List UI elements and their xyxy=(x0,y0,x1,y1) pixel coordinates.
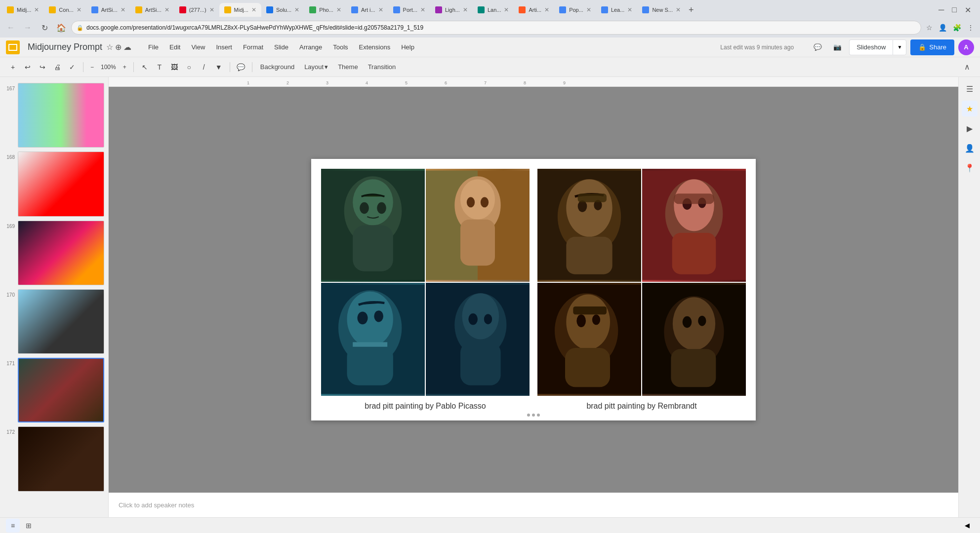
slide-thumb-167[interactable] xyxy=(18,83,104,148)
slides-panel[interactable]: 167 168 169 170 xyxy=(0,77,109,517)
home-button[interactable]: 🏠 xyxy=(54,21,68,35)
tab-2[interactable]: Con... ✕ xyxy=(44,3,86,17)
new-tab-button[interactable]: + xyxy=(686,5,697,15)
extension-icon[interactable]: 🧩 xyxy=(951,22,963,34)
tab-1[interactable]: Midj... ✕ xyxy=(2,3,44,17)
collapse-toolbar-button[interactable]: ∧ xyxy=(960,60,974,74)
meet-button[interactable]: 📷 xyxy=(829,39,845,55)
tab-11-close[interactable]: ✕ xyxy=(463,6,468,13)
link-panel-button[interactable]: 👤 xyxy=(962,140,978,156)
menu-slide[interactable]: Slide xyxy=(269,41,293,53)
add-to-drive-icon[interactable]: ⊕ xyxy=(115,42,122,52)
minimize-button[interactable]: ─ xyxy=(936,4,947,15)
zoom-level[interactable]: 100% xyxy=(98,63,119,72)
slide-item-167[interactable]: 167 xyxy=(0,81,108,150)
comment-button[interactable]: 💬 xyxy=(234,60,248,74)
select-text-button[interactable]: T xyxy=(153,60,166,74)
tab-9-close[interactable]: ✕ xyxy=(378,6,383,13)
slide-item-168[interactable]: 168 xyxy=(0,150,108,218)
transition-button[interactable]: Transition xyxy=(364,60,400,74)
refresh-button[interactable]: ↻ xyxy=(38,21,51,35)
settings-icon[interactable]: ⋮ xyxy=(965,22,976,34)
picasso-caption[interactable]: brad pitt painting by Pablo Picasso xyxy=(365,402,486,411)
comments-button[interactable]: 💬 xyxy=(810,39,825,55)
slide-canvas-wrap[interactable]: brad pitt painting by Pablo Picasso xyxy=(109,87,958,493)
tab-16[interactable]: New S... ✕ xyxy=(637,3,686,17)
background-button[interactable]: Background xyxy=(256,60,298,74)
tab-6-close[interactable]: ✕ xyxy=(251,6,256,13)
menu-file[interactable]: File xyxy=(143,41,163,53)
toolbar-new-button[interactable]: + xyxy=(6,60,20,74)
tab-13[interactable]: Arti... ✕ xyxy=(514,3,554,17)
slide-view-button[interactable]: ≡ xyxy=(6,519,20,533)
image-tool-button[interactable]: 🖼 xyxy=(167,60,181,74)
more-tools-button[interactable]: ▼ xyxy=(212,60,226,74)
layout-button[interactable]: Layout ▾ xyxy=(300,60,332,74)
share-button[interactable]: 🔒 Share xyxy=(910,39,954,55)
menu-tools[interactable]: Tools xyxy=(328,41,353,53)
slide-canvas[interactable]: brad pitt painting by Pablo Picasso xyxy=(311,159,756,420)
speaker-notes-placeholder[interactable]: Click to add speaker notes xyxy=(119,501,194,509)
tab-5[interactable]: (277...) ✕ xyxy=(174,3,219,17)
theme-button[interactable]: Theme xyxy=(334,60,362,74)
tab-15[interactable]: Lea... ✕ xyxy=(596,3,638,17)
slide-thumb-170[interactable] xyxy=(18,289,104,354)
close-button[interactable]: ✕ xyxy=(962,4,974,16)
tab-4-close[interactable]: ✕ xyxy=(164,6,169,13)
toolbar-print-button[interactable]: 🖨 xyxy=(50,60,64,74)
tab-12[interactable]: Lan... ✕ xyxy=(473,3,514,17)
slide-item-169[interactable]: 169 xyxy=(0,219,108,287)
line-tool-button[interactable]: / xyxy=(197,60,211,74)
profile-icon[interactable]: 👤 xyxy=(937,22,949,34)
slide-panel-button[interactable]: ☰ xyxy=(962,81,978,97)
slide-item-170[interactable]: 170 xyxy=(0,287,108,356)
bookmark-icon[interactable]: ☆ xyxy=(924,22,935,34)
shape-tool-button[interactable]: ○ xyxy=(182,60,196,74)
maximize-button[interactable]: □ xyxy=(949,4,960,15)
tab-14[interactable]: Pop... ✕ xyxy=(554,3,596,17)
tab-9[interactable]: Art i... ✕ xyxy=(346,3,388,17)
slide-thumb-168[interactable] xyxy=(18,152,104,216)
menu-view[interactable]: View xyxy=(186,41,210,53)
tab-10-close[interactable]: ✕ xyxy=(420,6,425,13)
tab-12-close[interactable]: ✕ xyxy=(504,6,509,13)
back-button[interactable]: ← xyxy=(4,21,18,35)
location-panel-button[interactable]: 📍 xyxy=(962,160,978,176)
slide-item-171[interactable]: 171 xyxy=(0,356,108,424)
toolbar-spelling-button[interactable]: ✓ xyxy=(65,60,79,74)
slide-thumb-169[interactable] xyxy=(18,221,104,285)
slide-thumb-171[interactable] xyxy=(18,358,104,422)
animate-panel-button[interactable]: ▶ xyxy=(962,120,978,136)
tab-3[interactable]: ArtSi... ✕ xyxy=(86,3,130,17)
forward-button[interactable]: → xyxy=(21,21,35,35)
zoom-in-button[interactable]: + xyxy=(120,63,129,72)
theme-panel-button[interactable]: ★ xyxy=(962,101,978,116)
menu-format[interactable]: Format xyxy=(238,41,268,53)
zoom-out-button[interactable]: − xyxy=(87,63,97,72)
select-tool-button[interactable]: ↖ xyxy=(138,60,152,74)
menu-arrange[interactable]: Arrange xyxy=(294,41,327,53)
tab-3-close[interactable]: ✕ xyxy=(121,6,125,13)
star-icon[interactable]: ☆ xyxy=(106,42,113,52)
tab-10[interactable]: Port... ✕ xyxy=(388,3,430,17)
tab-8[interactable]: Pho... ✕ xyxy=(304,3,346,17)
slideshow-dropdown-button[interactable]: ▼ xyxy=(893,39,906,55)
slideshow-main-button[interactable]: Slideshow xyxy=(849,39,893,55)
menu-edit[interactable]: Edit xyxy=(164,41,185,53)
doc-title[interactable]: Midjourney Prompt xyxy=(28,42,102,52)
slide-thumb-172[interactable] xyxy=(18,426,104,491)
tab-16-close[interactable]: ✕ xyxy=(676,6,681,13)
address-bar[interactable]: 🔒 docs.google.com/presentation/d/1wugxrc… xyxy=(71,21,921,35)
user-avatar[interactable]: A xyxy=(958,39,974,55)
tab-7-close[interactable]: ✕ xyxy=(294,6,299,13)
tab-5-close[interactable]: ✕ xyxy=(209,6,214,13)
tab-2-close[interactable]: ✕ xyxy=(77,6,82,13)
tab-8-close[interactable]: ✕ xyxy=(336,6,341,13)
tab-1-close[interactable]: ✕ xyxy=(34,6,39,13)
tab-11[interactable]: Ligh... ✕ xyxy=(430,3,473,17)
menu-extensions[interactable]: Extensions xyxy=(354,41,396,53)
menu-help[interactable]: Help xyxy=(396,41,419,53)
rembrandt-caption[interactable]: brad pitt painting by Rembrandt xyxy=(586,402,696,411)
tab-7[interactable]: Solu... ✕ xyxy=(261,3,304,17)
tab-13-close[interactable]: ✕ xyxy=(544,6,549,13)
